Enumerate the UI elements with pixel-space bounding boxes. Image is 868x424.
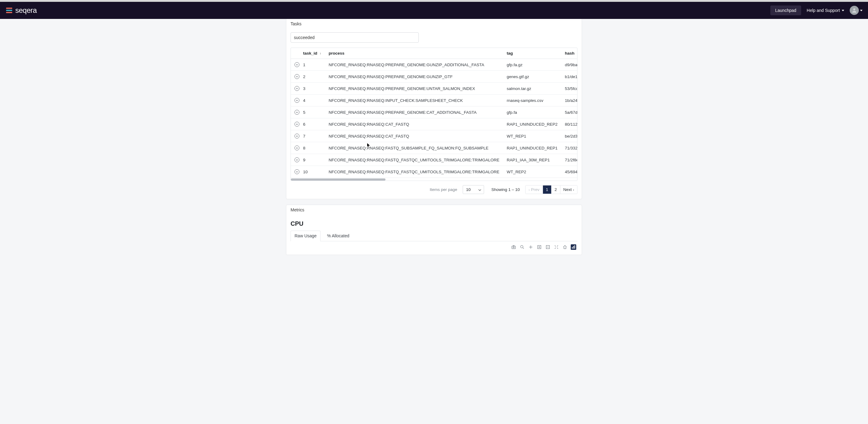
expand-row-icon[interactable]: + xyxy=(294,134,300,138)
svg-point-6 xyxy=(521,246,523,248)
table-row[interactable]: +7NFCORE_RNASEQ:RNASEQ:CAT_FASTQWT_REP1b… xyxy=(291,130,578,142)
chart-toolbar xyxy=(290,241,578,250)
expand-row-icon[interactable]: + xyxy=(294,62,300,67)
table-row[interactable]: +8NFCORE_RNASEQ:RNASEQ:FASTQ_SUBSAMPLE_F… xyxy=(291,142,578,154)
cell-hash: be/2d3d2d xyxy=(561,130,578,142)
table-row[interactable]: +3NFCORE_RNASEQ:RNASEQ:PREPARE_GENOME:UN… xyxy=(291,83,578,95)
cell-hash: 45/694d9d xyxy=(561,166,578,178)
cell-process: NFCORE_RNASEQ:RNASEQ:CAT_FASTQ xyxy=(325,118,503,130)
col-header-process[interactable]: process xyxy=(325,48,503,59)
expand-row-icon[interactable]: + xyxy=(294,110,300,115)
cell-tag: genes.gtf.gz xyxy=(503,71,561,83)
cell-task-id: 7 xyxy=(300,130,325,142)
metrics-cpu-title: CPU xyxy=(290,220,578,227)
col-header-task-id[interactable]: task_id ↑ xyxy=(300,48,325,59)
cell-tag: rnaseq-samples.csv xyxy=(503,95,561,106)
tab-raw-usage[interactable]: Raw Usage xyxy=(290,231,320,241)
cell-hash: 71/3320ce xyxy=(561,142,578,154)
cell-process: NFCORE_RNASEQ:RNASEQ:CAT_FASTQ xyxy=(325,130,503,142)
table-row[interactable]: +5NFCORE_RNASEQ:RNASEQ:PREPARE_GENOME:CA… xyxy=(291,106,578,118)
cell-task-id: 10 xyxy=(300,166,325,178)
tasks-panel-header: Tasks xyxy=(286,19,582,29)
expand-row-icon[interactable]: + xyxy=(294,122,300,127)
cell-task-id: 2 xyxy=(300,71,325,83)
table-row[interactable]: +1NFCORE_RNASEQ:RNASEQ:PREPARE_GENOME:GU… xyxy=(291,59,578,71)
expand-row-icon[interactable]: + xyxy=(294,169,300,174)
cell-process: NFCORE_RNASEQ:RNASEQ:PREPARE_GENOME:GUNZ… xyxy=(325,71,503,83)
col-header-hash[interactable]: hash xyxy=(561,48,578,59)
prev-button[interactable]: ‹ Prev xyxy=(526,186,542,194)
chevron-down-icon xyxy=(842,10,844,11)
expand-row-icon[interactable]: + xyxy=(294,145,300,151)
next-button[interactable]: Next › xyxy=(560,186,577,194)
reset-icon[interactable] xyxy=(562,244,568,250)
items-per-page-value: 10 xyxy=(466,187,471,192)
pagination: ‹ Prev 1 2 Next › xyxy=(525,185,578,194)
table-row[interactable]: +10NFCORE_RNASEQ:RNASEQ:FASTQ_FASTQC_UMI… xyxy=(291,166,578,178)
cell-process: NFCORE_RNASEQ:RNASEQ:INPUT_CHECK:SAMPLES… xyxy=(325,95,503,106)
seqera-logo-icon xyxy=(5,7,13,14)
expand-row-icon[interactable]: + xyxy=(294,86,300,91)
zoom-in-icon[interactable] xyxy=(536,244,542,250)
zoom-out-icon[interactable] xyxy=(545,244,551,250)
table-row[interactable]: +6NFCORE_RNASEQ:RNASEQ:CAT_FASTQRAP1_UNI… xyxy=(291,118,578,130)
page-1-button[interactable]: 1 xyxy=(543,186,552,194)
chart-type-icon[interactable] xyxy=(571,244,576,250)
help-support-menu[interactable]: Help and Support xyxy=(807,8,844,13)
col-header-label: task_id xyxy=(303,51,317,56)
table-footer: Items per page 10 Showing 1 – 10 ‹ Prev … xyxy=(290,185,578,194)
svg-rect-4 xyxy=(512,246,516,249)
chevron-down-icon xyxy=(478,187,481,192)
cell-task-id: 5 xyxy=(300,106,325,118)
cell-task-id: 3 xyxy=(300,83,325,95)
items-per-page-label: Items per page xyxy=(430,187,457,192)
svg-point-5 xyxy=(513,247,514,248)
svg-rect-15 xyxy=(572,247,572,249)
expand-row-icon[interactable]: + xyxy=(294,157,300,162)
page-2-button[interactable]: 2 xyxy=(552,186,560,194)
cell-hash: 71/2f8eac xyxy=(561,154,578,166)
launchpad-button[interactable]: Launchpad xyxy=(770,5,801,15)
showing-range: Showing 1 – 10 xyxy=(491,187,520,192)
svg-rect-0 xyxy=(6,8,12,9)
cell-task-id: 4 xyxy=(300,95,325,106)
next-label: Next xyxy=(563,187,572,192)
cell-task-id: 9 xyxy=(300,154,325,166)
tasks-search-input[interactable] xyxy=(290,32,419,43)
table-row[interactable]: +2NFCORE_RNASEQ:RNASEQ:PREPARE_GENOME:GU… xyxy=(291,71,578,83)
tasks-table: task_id ↑ process tag hash status +1NFCO… xyxy=(290,47,578,181)
tab-pct-allocated[interactable]: % Allocated xyxy=(323,231,353,241)
autoscale-icon[interactable] xyxy=(554,244,559,250)
svg-rect-1 xyxy=(6,10,12,11)
items-per-page-select[interactable]: 10 xyxy=(463,185,484,194)
svg-rect-2 xyxy=(6,12,12,13)
table-row[interactable]: +4NFCORE_RNASEQ:RNASEQ:INPUT_CHECK:SAMPL… xyxy=(291,95,578,106)
tasks-panel: Tasks task_id ↑ process tag xyxy=(286,19,582,199)
expand-row-icon[interactable]: + xyxy=(294,98,300,103)
metrics-tabs: Raw Usage % Allocated xyxy=(290,230,578,241)
horizontal-scrollbar[interactable] xyxy=(291,177,577,181)
zoom-icon[interactable] xyxy=(520,244,525,250)
sort-asc-icon: ↑ xyxy=(319,52,321,55)
cell-tag: RAP1_UNINDUCED_REP2 xyxy=(503,118,561,130)
cell-task-id: 6 xyxy=(300,118,325,130)
cell-process: NFCORE_RNASEQ:RNASEQ:FASTQ_FASTQC_UMITOO… xyxy=(325,154,503,166)
col-header-tag[interactable]: tag xyxy=(503,48,561,59)
svg-rect-17 xyxy=(575,245,575,249)
camera-icon[interactable] xyxy=(511,244,517,250)
scrollbar-thumb[interactable] xyxy=(291,178,385,181)
table-header-row: task_id ↑ process tag hash status xyxy=(291,48,578,59)
table-row[interactable]: +9NFCORE_RNASEQ:RNASEQ:FASTQ_FASTQC_UMIT… xyxy=(291,154,578,166)
metrics-panel-header: Metrics xyxy=(286,205,582,215)
cell-process: NFCORE_RNASEQ:RNASEQ:FASTQ_SUBSAMPLE_FQ_… xyxy=(325,142,503,154)
expand-row-icon[interactable]: + xyxy=(294,74,300,79)
cell-hash: 1b/a24e43 xyxy=(561,95,578,106)
svg-rect-16 xyxy=(573,246,574,249)
svg-line-7 xyxy=(523,248,524,249)
cell-process: NFCORE_RNASEQ:RNASEQ:PREPARE_GENOME:UNTA… xyxy=(325,83,503,95)
cell-process: NFCORE_RNASEQ:RNASEQ:PREPARE_GENOME:CAT_… xyxy=(325,106,503,118)
pan-icon[interactable] xyxy=(528,244,533,250)
user-menu[interactable] xyxy=(850,6,863,15)
metrics-panel: Metrics CPU Raw Usage % Allocated xyxy=(286,205,582,255)
cell-hash: 80/112024 xyxy=(561,118,578,130)
